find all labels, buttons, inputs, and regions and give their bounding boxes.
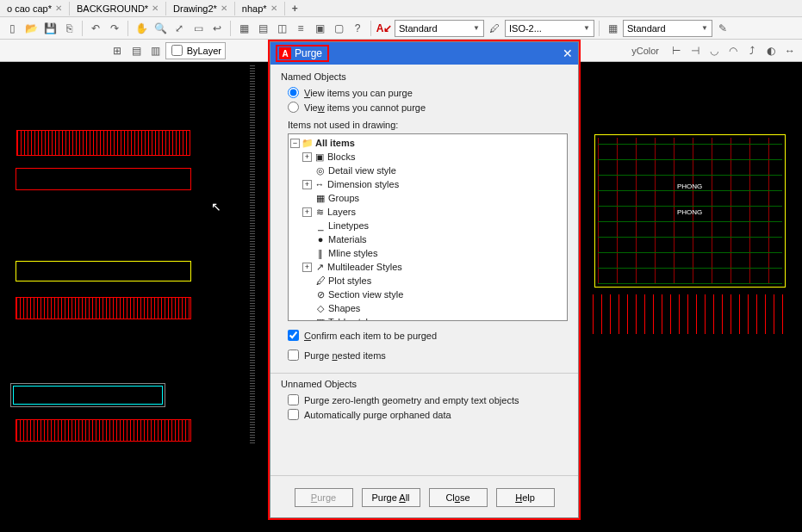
tree-item-dim-styles[interactable]: +↔Dimension styles [289, 177, 567, 191]
plot-icon: 🖊 [314, 275, 326, 287]
calc-icon[interactable]: ▢ [330, 20, 347, 37]
items-tree[interactable]: − 📁 All items +▣Blocks ◎Detail view styl… [288, 133, 568, 321]
tree-item-linetypes[interactable]: ⎯Linetypes [289, 219, 567, 232]
combo-value: ByLayer [187, 46, 221, 56]
expand-icon[interactable]: + [302, 263, 312, 272]
zoom-icon[interactable]: 🔍 [152, 20, 169, 37]
checkbox-input[interactable] [288, 330, 299, 341]
help-button[interactable]: Help [496, 488, 555, 507]
tree-item-mline[interactable]: ‖Mline styles [289, 246, 567, 260]
grid-icon[interactable]: ▦ [235, 20, 252, 37]
dim7-icon[interactable]: ↔ [781, 42, 799, 59]
expand-icon[interactable]: + [302, 207, 312, 217]
close-icon[interactable]: ✕ [55, 3, 62, 13]
dim-style-combo[interactable]: ISO-2... ▼ [505, 20, 594, 37]
tab-nhap[interactable]: nhap* ✕ [235, 2, 285, 15]
collapse-icon[interactable]: − [290, 139, 300, 148]
tab-label: BACKGROUND* [77, 3, 148, 14]
tab-cao-cap[interactable]: o cao cap* ✕ [0, 2, 70, 15]
dim-style-icon[interactable]: 🖊 [486, 20, 503, 37]
close-icon[interactable]: ✕ [270, 3, 277, 13]
text-style-icon[interactable]: A↙ [376, 20, 393, 37]
dwg-elevation [13, 258, 194, 284]
dimension-icon: ↔ [314, 178, 326, 190]
zoom-prev-icon[interactable]: ↩ [208, 20, 226, 37]
table-style-icon[interactable]: ▦ [604, 20, 621, 37]
tree-item-materials[interactable]: ●Materials [289, 232, 567, 246]
toolbar-top: ▯ 📂 💾 ⎘ ↶ ↷ ✋ 🔍 ⤢ ▭ ↩ ▦ ▤ ◫ ≡ ▣ ▢ ? A↙ S… [0, 17, 802, 40]
dim1-icon[interactable]: ⊢ [668, 42, 685, 59]
new-icon[interactable]: ▯ [3, 20, 21, 37]
grid2-icon[interactable]: ▤ [254, 20, 271, 37]
snap-icon[interactable]: ◫ [273, 20, 290, 37]
radio-can-purge[interactable]: View items you can purge [288, 87, 568, 98]
close-icon[interactable]: ✕ [152, 3, 159, 13]
detail-icon: ◎ [314, 164, 326, 176]
layer2-icon[interactable]: ▤ [127, 42, 145, 59]
table-style-combo[interactable]: Standard ▼ [623, 20, 712, 37]
tab-drawing2[interactable]: Drawing2* ✕ [166, 2, 235, 15]
radio-cannot-purge[interactable]: View items you cannot purge [288, 102, 568, 113]
separator [82, 21, 83, 36]
dim5-icon[interactable]: ⤴ [743, 42, 761, 59]
purge-all-button[interactable]: Purge All [362, 488, 420, 507]
checkbox-confirm[interactable]: Confirm each item to be purged [288, 330, 568, 341]
dialog-titlebar[interactable]: A Purge ✕ [270, 42, 578, 65]
help-icon[interactable]: ? [349, 20, 366, 37]
radio-input[interactable] [288, 102, 299, 113]
props-icon[interactable]: ▣ [311, 20, 328, 37]
dim2-icon[interactable]: ⊣ [687, 42, 704, 59]
checkbox-input[interactable] [288, 350, 299, 361]
list-icon[interactable]: ≡ [292, 20, 309, 37]
saveall-icon[interactable]: ⎘ [60, 20, 78, 37]
close-button[interactable]: Close [429, 488, 488, 507]
text-style-combo[interactable]: Standard ▼ [395, 20, 484, 37]
combo-value: Standard [399, 23, 438, 34]
style-manage-icon[interactable]: ✎ [714, 20, 731, 37]
tree-item-table-styles[interactable]: ▦Table styles [289, 315, 567, 321]
tree-item-detail-view[interactable]: ◎Detail view style [289, 164, 567, 177]
save-icon[interactable]: 💾 [41, 20, 59, 37]
tree-item-layers[interactable]: +≋Layers [289, 205, 567, 219]
dim4-icon[interactable]: ◠ [724, 42, 742, 59]
checkbox-zero-length[interactable]: Purge zero-length geometry and empty tex… [288, 394, 568, 405]
purge-button[interactable]: Purge [295, 488, 353, 507]
layer3-icon[interactable]: ▥ [146, 42, 164, 59]
dwg-section [591, 344, 789, 387]
checkbox-nested[interactable]: Purge nested items [288, 350, 568, 361]
pan-icon[interactable]: ✋ [133, 20, 150, 37]
undo-icon[interactable]: ↶ [87, 20, 104, 37]
tree-root[interactable]: − 📁 All items [289, 136, 567, 150]
zoom-window-icon[interactable]: ▭ [190, 20, 207, 37]
tree-item-shapes[interactable]: ◇Shapes [289, 301, 567, 315]
purge-dialog: A Purge ✕ Named Objects View items you c… [270, 41, 579, 518]
layer-combo[interactable]: ByLayer [165, 42, 226, 59]
expand-icon[interactable]: + [302, 152, 312, 162]
radio-input[interactable] [288, 87, 299, 98]
dialog-title-highlight: A Purge [276, 45, 329, 62]
redo-icon[interactable]: ↷ [106, 20, 123, 37]
tree-item-blocks[interactable]: +▣Blocks [289, 150, 567, 164]
zoom-extent-icon[interactable]: ⤢ [171, 20, 188, 37]
add-tab-button[interactable]: + [285, 3, 305, 15]
dim6-icon[interactable]: ◐ [762, 42, 780, 59]
items-not-used-label: Items not used in drawing: [288, 120, 568, 130]
checkbox-input[interactable] [288, 394, 299, 405]
bylayer-check[interactable] [171, 45, 183, 56]
layer-icon[interactable]: ⊞ [109, 42, 126, 59]
close-icon[interactable]: ✕ [221, 3, 227, 13]
tree-label: All items [315, 138, 355, 148]
checkbox-orphaned[interactable]: Automatically purge orphaned data [288, 409, 568, 420]
tree-item-section-view[interactable]: ⊘Section view style [289, 288, 567, 301]
tree-item-plot[interactable]: 🖊Plot styles [289, 274, 567, 288]
expand-icon[interactable]: + [302, 180, 312, 189]
open-icon[interactable]: 📂 [22, 20, 40, 37]
tree-item-groups[interactable]: ▦Groups [289, 191, 567, 205]
checkbox-input[interactable] [288, 409, 299, 420]
tab-label: nhap* [242, 3, 267, 14]
tab-background[interactable]: BACKGROUND* ✕ [70, 2, 166, 15]
tree-item-multileader[interactable]: +↗Multileader Styles [289, 260, 567, 274]
tree-label: Detail view style [328, 165, 396, 176]
dim3-icon[interactable]: ◡ [706, 42, 723, 59]
close-icon[interactable]: ✕ [563, 46, 573, 60]
